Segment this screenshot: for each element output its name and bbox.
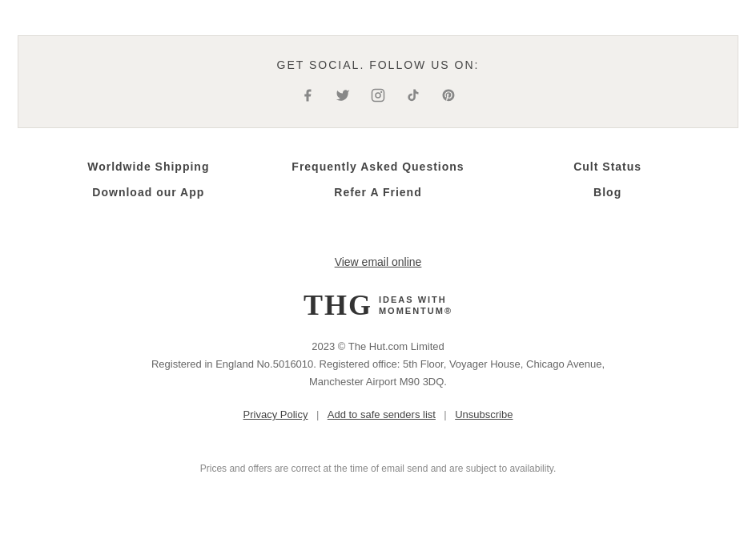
thg-tagline: IDEAS WITH MOMENTUM® — [379, 294, 452, 317]
tiktok-icon — [406, 88, 420, 103]
worldwide-shipping-link[interactable]: Worldwide Shipping — [34, 160, 263, 173]
faq-link[interactable]: Frequently Asked Questions — [263, 160, 493, 173]
social-icons-row — [50, 86, 706, 105]
separator-1: | — [316, 408, 319, 420]
twitter-icon — [336, 88, 350, 103]
twitter-link[interactable] — [333, 86, 352, 105]
svg-point-2 — [380, 91, 382, 93]
instagram-link[interactable] — [368, 86, 388, 105]
logo-section: THG IDEAS WITH MOMENTUM® — [18, 288, 738, 322]
links-section: Worldwide Shipping Frequently Asked Ques… — [18, 128, 738, 239]
copyright-line1: 2023 © The Hut.com Limited — [18, 338, 738, 356]
blog-link[interactable]: Blog — [493, 186, 722, 199]
svg-point-1 — [376, 93, 380, 98]
view-email-section: View email online — [18, 255, 738, 269]
facebook-icon — [300, 88, 315, 103]
svg-rect-0 — [372, 89, 384, 101]
copyright-line3: Manchester Airport M90 3DQ. — [18, 373, 738, 391]
links-grid: Worldwide Shipping Frequently Asked Ques… — [34, 160, 722, 199]
page-wrapper: GET SOCIAL. FOLLOW US ON: — [18, 35, 738, 500]
separator-2: | — [444, 408, 446, 420]
view-email-link[interactable]: View email online — [335, 255, 422, 268]
pinterest-link[interactable] — [439, 86, 458, 105]
disclaimer-section: Prices and offers are correct at the tim… — [18, 445, 738, 500]
tiktok-link[interactable] — [404, 86, 423, 105]
instagram-icon — [371, 88, 385, 103]
download-app-link[interactable]: Download our App — [34, 186, 263, 199]
policy-section: Privacy Policy | Add to safe senders lis… — [18, 407, 738, 421]
privacy-policy-link[interactable]: Privacy Policy — [243, 408, 308, 420]
thg-tagline-line2: MOMENTUM® — [379, 305, 452, 316]
thg-letters: THG — [304, 288, 372, 322]
thg-logo: THG IDEAS WITH MOMENTUM® — [304, 288, 452, 322]
facebook-link[interactable] — [298, 86, 317, 105]
refer-friend-link[interactable]: Refer A Friend — [263, 186, 493, 199]
cult-status-link[interactable]: Cult Status — [493, 160, 722, 173]
disclaimer-text: Prices and offers are correct at the tim… — [82, 461, 674, 476]
copyright-section: 2023 © The Hut.com Limited Registered in… — [18, 338, 738, 391]
unsubscribe-link[interactable]: Unsubscribe — [455, 408, 513, 420]
social-heading: GET SOCIAL. FOLLOW US ON: — [50, 58, 706, 71]
thg-tagline-line1: IDEAS WITH — [379, 294, 447, 305]
social-section: GET SOCIAL. FOLLOW US ON: — [18, 35, 738, 128]
copyright-line2: Registered in England No.5016010. Regist… — [18, 356, 738, 373]
safe-senders-link[interactable]: Add to safe senders list — [328, 408, 436, 420]
pinterest-icon — [441, 88, 456, 103]
